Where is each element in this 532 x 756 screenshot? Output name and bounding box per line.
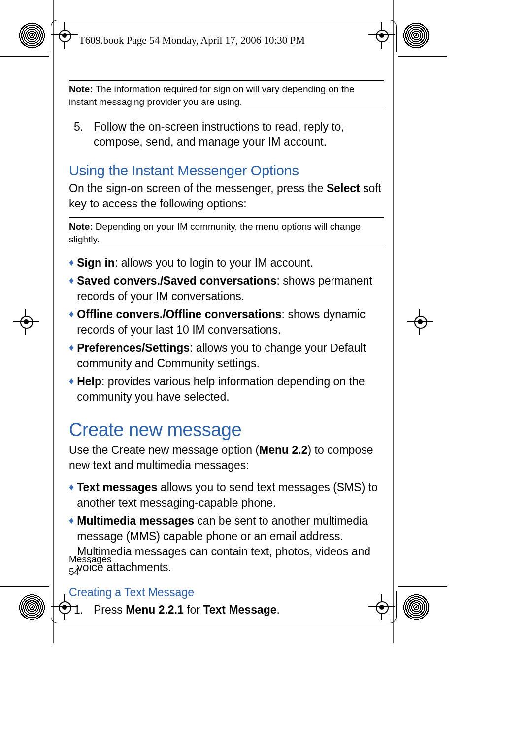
reg-spiral-icon xyxy=(19,22,45,49)
running-header: T609.book Page 54 Monday, April 17, 2006… xyxy=(79,34,305,47)
note-label: Note: xyxy=(69,221,93,232)
reg-bar xyxy=(398,586,447,587)
step-text: Follow the on-screen instructions to rea… xyxy=(94,119,384,150)
reg-cross-icon xyxy=(18,313,34,330)
rule xyxy=(69,110,384,110)
ordered-step: 5. Follow the on-screen instructions to … xyxy=(74,119,384,150)
step-text: Press Menu 2.2.1 for Text Message. xyxy=(94,602,280,618)
heading-1: Create new message xyxy=(69,419,384,441)
step-number: 5. xyxy=(74,119,87,150)
step-number: 1. xyxy=(74,602,87,618)
diamond-icon: ♦ xyxy=(69,255,74,271)
page-footer: Messages 54 xyxy=(69,553,112,578)
guide-line-right xyxy=(393,0,394,643)
rule xyxy=(69,248,384,248)
reg-spiral-icon xyxy=(403,22,430,49)
reg-cross-icon xyxy=(412,313,429,330)
heading-2: Using the Instant Messenger Options xyxy=(69,163,384,179)
note-text: Depending on your IM community, the menu… xyxy=(69,221,361,244)
diamond-icon: ♦ xyxy=(69,341,74,371)
note-block: Note: Depending on your IM community, th… xyxy=(69,220,384,245)
list-item: ♦Offline convers./Offline conversations:… xyxy=(69,307,384,338)
reg-bar xyxy=(0,56,49,57)
note-label: Note: xyxy=(69,84,93,94)
reg-bar xyxy=(0,586,49,587)
page-content: Note: The information required for sign … xyxy=(69,74,384,618)
bullet-list: ♦Text messages allows you to send text m… xyxy=(69,480,384,575)
rule xyxy=(69,217,384,218)
paragraph: On the sign-on screen of the messenger, … xyxy=(69,181,384,211)
rule xyxy=(69,80,384,81)
list-item: ♦Help: provides various help information… xyxy=(69,374,384,405)
reg-bar xyxy=(398,56,447,57)
diamond-icon: ♦ xyxy=(69,307,74,338)
reg-spiral-icon xyxy=(403,594,430,620)
guide-line-left xyxy=(53,0,54,643)
bullet-list: ♦Sign in: allows you to login to your IM… xyxy=(69,255,384,405)
list-item: ♦Text messages allows you to send text m… xyxy=(69,480,384,511)
paragraph: Use the Create new message option (Menu … xyxy=(69,443,384,473)
list-item: ♦Multimedia messages can be sent to anot… xyxy=(69,514,384,575)
list-item: ♦Sign in: allows you to login to your IM… xyxy=(69,255,384,271)
reg-spiral-icon xyxy=(19,594,45,620)
list-item: ♦Saved convers./Saved conversations: sho… xyxy=(69,274,384,304)
diamond-icon: ♦ xyxy=(69,480,74,511)
list-item: ♦Preferences/Settings: allows you to cha… xyxy=(69,341,384,371)
footer-section: Messages xyxy=(69,553,112,566)
diamond-icon: ♦ xyxy=(69,374,74,405)
note-text: The information required for sign on wil… xyxy=(69,84,354,107)
footer-page-number: 54 xyxy=(69,566,112,578)
ordered-step: 1. Press Menu 2.2.1 for Text Message. xyxy=(74,602,384,618)
diamond-icon: ♦ xyxy=(69,274,74,304)
heading-3: Creating a Text Message xyxy=(69,586,384,599)
note-block: Note: The information required for sign … xyxy=(69,83,384,108)
